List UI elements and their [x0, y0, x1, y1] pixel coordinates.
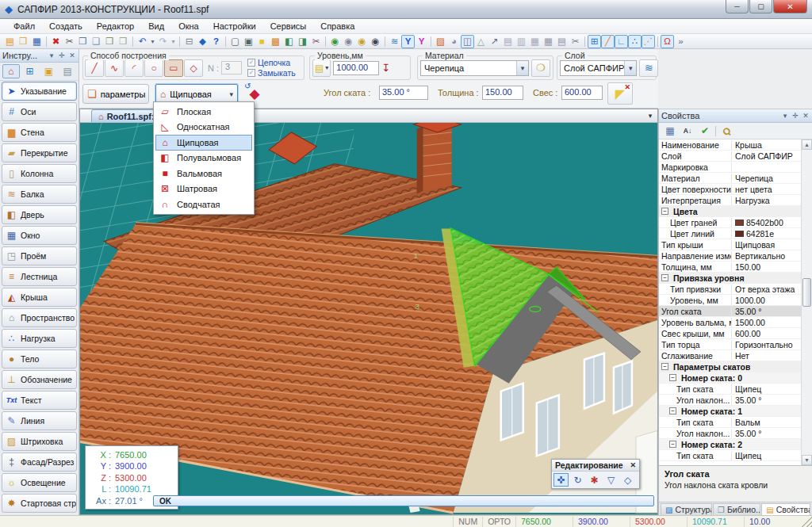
- chain-checkbox[interactable]: ✓: [247, 59, 255, 67]
- menu-item[interactable]: Файл: [6, 20, 42, 32]
- property-value[interactable]: 150.00: [735, 262, 760, 272]
- coordinate-value[interactable]: 5300.00: [115, 473, 147, 483]
- redo-dropdown-icon[interactable]: ▾: [170, 35, 177, 48]
- maximize-button[interactable]: ▢: [749, 0, 772, 13]
- slope-angle-input[interactable]: 35.00 °: [379, 86, 428, 100]
- material-combobox[interactable]: Черепица ▾: [420, 60, 529, 76]
- property-row[interactable]: Тип ската Щипец: [659, 450, 801, 461]
- delete-icon[interactable]: ✖: [49, 35, 63, 48]
- menu-item[interactable]: Создать: [42, 20, 90, 32]
- roof-type-menu-item[interactable]: ◺ Односкатная: [155, 120, 252, 136]
- section-x-icon[interactable]: ◧: [282, 35, 296, 48]
- method-shape-button[interactable]: ◇: [184, 59, 203, 77]
- layers-icon[interactable]: ≋: [388, 35, 401, 48]
- roof-type-menu-item[interactable]: ⊠ Шатровая: [155, 181, 252, 197]
- property-row[interactable]: Тип ската Вальм: [659, 417, 801, 428]
- coordinate-value[interactable]: 10090.71: [115, 484, 151, 494]
- property-row[interactable]: − Привязка уровня: [659, 273, 801, 284]
- panel-close-icon[interactable]: ✕: [802, 112, 810, 120]
- toolbar-separator[interactable]: [428, 35, 434, 48]
- property-row[interactable]: Тип крыши Щипцовая: [659, 239, 801, 250]
- panel-menu-icon[interactable]: ▾: [48, 52, 56, 59]
- property-row[interactable]: Тип ската Щипец: [659, 384, 801, 395]
- toolbar-separator[interactable]: [44, 35, 49, 48]
- parameters-button[interactable]: ❏ параметры: [82, 84, 149, 104]
- property-row[interactable]: Сглаживание Нет: [659, 350, 801, 361]
- plumb-icon[interactable]: ↧: [381, 62, 390, 74]
- new-file-icon[interactable]: ▤: [3, 35, 17, 48]
- collapse-icon[interactable]: −: [669, 374, 676, 381]
- toolbar-separator[interactable]: [323, 35, 328, 48]
- snap-segment-icon[interactable]: ⋰: [642, 35, 655, 48]
- property-value[interactable]: 35.00 °: [735, 395, 761, 405]
- ok-button[interactable]: OK: [153, 495, 654, 506]
- scroll-down-icon[interactable]: ▼: [802, 455, 812, 465]
- property-value[interactable]: 64281e: [746, 229, 774, 239]
- menu-item[interactable]: Окна: [171, 20, 206, 32]
- tab-body-icon[interactable]: ▣: [40, 64, 58, 78]
- coordinate-value[interactable]: 7650.00: [115, 450, 147, 460]
- property-value[interactable]: Щипцовая: [735, 240, 775, 250]
- layers-manager-button[interactable]: ≋: [639, 59, 658, 77]
- tab-analysis-icon[interactable]: ⊞: [21, 64, 39, 78]
- collapse-icon[interactable]: −: [661, 208, 668, 215]
- print-icon[interactable]: ⊟: [182, 35, 196, 48]
- property-value[interactable]: 35.00 °: [735, 429, 761, 438]
- model-box2-icon[interactable]: ▥: [515, 35, 528, 48]
- property-row[interactable]: − Цвета: [659, 206, 801, 217]
- tab-drawing-icon[interactable]: ▤: [59, 64, 76, 78]
- panel-pin-icon[interactable]: ✛: [58, 52, 66, 59]
- property-row[interactable]: Угол ската 35.00 °: [659, 306, 801, 317]
- toolbar-overflow-icon[interactable]: »: [674, 35, 688, 48]
- scroll-up-icon[interactable]: ▲: [802, 139, 812, 150]
- n-field[interactable]: 3: [221, 61, 242, 74]
- panel-menu-icon[interactable]: ▾: [781, 112, 789, 120]
- property-value[interactable]: Щипец: [735, 451, 761, 460]
- copy-icon[interactable]: ❐: [76, 35, 90, 48]
- context-help-icon[interactable]: ?: [209, 35, 223, 48]
- tool-button[interactable]: ▦ Окно: [2, 226, 77, 245]
- property-value[interactable]: Щипец: [735, 384, 761, 394]
- chevron-down-icon[interactable]: ▾: [516, 61, 528, 75]
- level-mode-button[interactable]: ▤ ▾: [312, 59, 331, 77]
- property-row[interactable]: Толщина, мм 150.00: [659, 262, 801, 273]
- property-value[interactable]: Слой САПФИР: [735, 151, 793, 161]
- property-row[interactable]: Уровень, мм 1000.00: [659, 295, 801, 306]
- measure-arrow-icon[interactable]: ↗: [488, 35, 501, 48]
- toolbar-separator[interactable]: [655, 35, 661, 48]
- collapse-icon[interactable]: −: [669, 441, 676, 448]
- tool-button[interactable]: ‡ Фасад/Разрез: [2, 453, 77, 472]
- property-row[interactable]: Угол наклон... 35.00 °: [659, 428, 801, 439]
- model-box-icon[interactable]: ▤: [501, 35, 515, 48]
- property-row[interactable]: Слой Слой САПФИР: [659, 151, 801, 162]
- open-folder-icon[interactable]: ❒: [17, 35, 30, 48]
- material-library-button[interactable]: ❍: [531, 59, 550, 77]
- filter-props-icon[interactable]: ✔: [698, 124, 712, 138]
- visibility-off-icon[interactable]: ◉: [369, 35, 382, 48]
- property-row[interactable]: Маркировка: [659, 162, 801, 173]
- close-button[interactable]: ✕: [773, 0, 807, 13]
- property-row[interactable]: Цвет граней 85402b00: [659, 217, 801, 228]
- method-shape-button[interactable]: ╱: [85, 59, 104, 77]
- tool-button[interactable]: ● Тело: [2, 349, 77, 369]
- property-row[interactable]: Наименование Крыша: [659, 139, 801, 151]
- toolbar-separator[interactable]: [130, 35, 136, 48]
- menu-item[interactable]: Настройки: [206, 20, 263, 32]
- method-shape-button[interactable]: ◜: [124, 59, 144, 77]
- coordinate-value[interactable]: 3900.00: [115, 461, 147, 471]
- property-value[interactable]: 600.00: [735, 329, 760, 338]
- menu-item[interactable]: Справка: [313, 20, 362, 32]
- panel-close-icon[interactable]: ✕: [68, 52, 76, 59]
- copy-props-icon[interactable]: ❑: [90, 35, 103, 48]
- categorized-icon[interactable]: ▦: [663, 124, 677, 138]
- panel-pin-icon[interactable]: ✛: [791, 112, 799, 120]
- panel-tab[interactable]: ▤ Свойства: [761, 503, 810, 515]
- visibility-all-icon[interactable]: ◉: [328, 35, 342, 48]
- method-shape-button[interactable]: ▭: [164, 59, 183, 77]
- property-value[interactable]: Горизонтально: [735, 340, 793, 349]
- close-contour-checkbox[interactable]: ✓: [247, 69, 255, 77]
- property-row[interactable]: Цвет поверхности нет цвета: [659, 184, 801, 195]
- undo-dropdown-icon[interactable]: ▾: [149, 35, 156, 48]
- tool-button[interactable]: ◧ Дверь: [2, 205, 77, 224]
- textured-view-icon[interactable]: ▩: [269, 35, 282, 48]
